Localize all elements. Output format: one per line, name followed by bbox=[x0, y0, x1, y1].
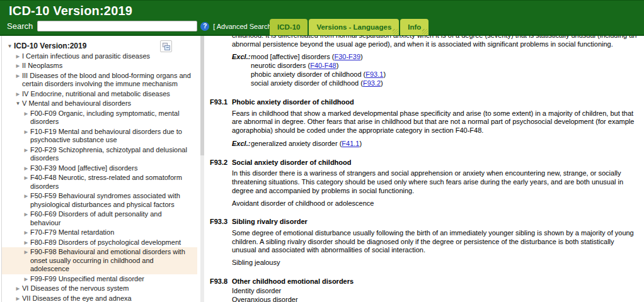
sidebar: ▼ ICD-10 Version:2019 ▶ I Certain infect… bbox=[1, 36, 197, 302]
sidebar-item-chapter-iv[interactable]: ▶ IV Endocrine, nutritional and metaboli… bbox=[2, 89, 197, 99]
sidebar-tree: ▼ ICD-10 Version:2019 ▶ I Certain infect… bbox=[2, 36, 197, 302]
code-link-f93-1[interactable]: F93.1 bbox=[365, 70, 383, 78]
excl-item: neurotic disorders (F40-F48) bbox=[251, 62, 638, 70]
section-description: Fears in childhood that show a marked de… bbox=[232, 109, 638, 135]
search-input[interactable] bbox=[37, 21, 197, 31]
chevron-right-icon[interactable]: ▶ bbox=[22, 228, 30, 237]
chevron-right-icon[interactable]: ▶ bbox=[22, 192, 30, 201]
sidebar-item-chapter-iii[interactable]: ▶ III Diseases of the blood and blood-fo… bbox=[2, 71, 197, 89]
sidebar-item-f00-f09[interactable]: ▶ F00-F09 Organic, including symptomatic… bbox=[2, 109, 197, 127]
code-label: F93.1 bbox=[210, 98, 232, 148]
excl-item: generalized anxiety disorder (F41.1) bbox=[251, 140, 638, 148]
code-link-f93-2[interactable]: F93.2 bbox=[363, 79, 381, 87]
section-title: Phobic anxiety disorder of childhood bbox=[232, 98, 638, 107]
inclusion-term: Identity disorder bbox=[232, 287, 638, 296]
sidebar-item-f30-f39[interactable]: ▶ F30-F39 Mood [affective] disorders bbox=[2, 164, 197, 174]
sidebar-item-f99-f99[interactable]: ▶ F99-F99 Unspecified mental disorder bbox=[2, 274, 197, 284]
sidebar-item-chapter-i[interactable]: ▶ I Certain infectious and parasitic dis… bbox=[2, 52, 197, 62]
section-f93-2: F93.2 Social anxiety disorder of childho… bbox=[210, 159, 638, 208]
chevron-right-icon[interactable]: ▶ bbox=[22, 275, 30, 284]
chevron-right-icon[interactable]: ▶ bbox=[22, 164, 30, 173]
app-header: ICD-10 Version:2019 Search ? [ Advanced … bbox=[0, 0, 644, 36]
sidebar-item-f90-f98-selected[interactable]: ▶ F90-F98 Behavioural and emotional diso… bbox=[2, 247, 197, 274]
tab-versions-languages[interactable]: Versions - Languages bbox=[309, 19, 399, 35]
copy-icon[interactable] bbox=[160, 40, 172, 52]
sidebar-item-chapter-ii[interactable]: ▶ II Neoplasms bbox=[2, 61, 197, 71]
tab-info[interactable]: Info bbox=[400, 19, 428, 35]
chevron-right-icon[interactable]: ▶ bbox=[22, 248, 30, 257]
chevron-down-icon[interactable]: ▼ bbox=[6, 42, 14, 51]
scrollbar-thumb[interactable] bbox=[200, 36, 204, 155]
chevron-right-icon[interactable]: ▶ bbox=[22, 174, 30, 182]
code-label: F93.8 bbox=[210, 277, 232, 302]
inclusion-term: Sibling jealousy bbox=[232, 259, 638, 267]
chevron-right-icon[interactable]: ▶ bbox=[22, 109, 30, 118]
excl-block: Excl.: generalized anxiety disorder (F41… bbox=[232, 140, 638, 148]
sidebar-item-f10-f19[interactable]: ▶ F10-F19 Mental and behavioural disorde… bbox=[2, 127, 197, 145]
excl-label: Excl.: bbox=[232, 53, 251, 88]
sidebar-item-f60-f69[interactable]: ▶ F60-F69 Disorders of adult personality… bbox=[2, 210, 197, 228]
code-link-f30-f39[interactable]: F30-F39 bbox=[334, 53, 360, 60]
inclusion-term: Avoidant disorder of childhood or adoles… bbox=[232, 199, 638, 208]
advanced-search-link[interactable]: [ Advanced Search ] bbox=[213, 23, 275, 30]
excl-item: social anxiety disorder of childhood (F9… bbox=[251, 79, 638, 88]
chevron-right-icon[interactable]: ▶ bbox=[14, 294, 22, 302]
section-f93-8: F93.8 Other childhood emotional disorder… bbox=[210, 277, 638, 302]
code-label: F93.3 bbox=[210, 218, 232, 267]
chevron-right-icon[interactable]: ▶ bbox=[22, 210, 30, 219]
content-pane: childhood. It is differentiated from nor… bbox=[205, 36, 644, 302]
section-f93-3: F93.3 Sibling rivalry disorder Some degr… bbox=[210, 218, 638, 267]
chevron-right-icon[interactable]: ▶ bbox=[14, 62, 22, 70]
chevron-right-icon[interactable]: ▶ bbox=[22, 146, 30, 155]
tab-bar: ICD-10 Versions - Languages Info bbox=[270, 19, 428, 35]
excl-label: Excl.: bbox=[232, 140, 251, 148]
section-description: Some degree of emotional disturbance usu… bbox=[232, 229, 638, 255]
excl-item: phobic anxiety disorder of childhood (F9… bbox=[251, 70, 638, 79]
sidebar-item-chapter-v[interactable]: ▼ V Mental and behavioural disorders bbox=[2, 99, 197, 109]
chevron-right-icon[interactable]: ▶ bbox=[22, 128, 30, 137]
sidebar-item-f50-f59[interactable]: ▶ F50-F59 Behavioural syndromes associat… bbox=[2, 191, 197, 210]
inclusion-term: Overanxious disorder bbox=[232, 296, 638, 302]
tab-icd10[interactable]: ICD-10 bbox=[270, 19, 308, 35]
excl-item: mood [affective] disorders (F30-F39) bbox=[251, 53, 638, 62]
search-label: Search bbox=[7, 21, 33, 31]
section-title: Social anxiety disorder of childhood bbox=[232, 159, 638, 167]
section-f93-1: F93.1 Phobic anxiety disorder of childho… bbox=[210, 98, 638, 148]
code-link-f40-f48[interactable]: F40-F48 bbox=[310, 62, 336, 69]
search-bar: Search ? [ Advanced Search ] bbox=[7, 21, 275, 31]
sidebar-item-chapter-vi[interactable]: ▶ VI Diseases of the nervous system bbox=[2, 284, 197, 294]
chevron-right-icon[interactable]: ▶ bbox=[14, 72, 22, 81]
chevron-right-icon[interactable]: ▶ bbox=[14, 90, 22, 99]
section-title: Other childhood emotional disorders bbox=[232, 277, 638, 286]
section-description: In this disorder there is a wariness of … bbox=[232, 169, 638, 195]
sidebar-item-chapter-vii[interactable]: ▶ VII Diseases of the eye and adnexa bbox=[2, 294, 197, 302]
chevron-right-icon[interactable]: ▶ bbox=[14, 284, 22, 293]
code-label: F93.2 bbox=[210, 159, 232, 208]
section-title: Sibling rivalry disorder bbox=[232, 218, 638, 226]
code-link-f41-1[interactable]: F41.1 bbox=[342, 140, 359, 147]
chevron-right-icon[interactable]: ▶ bbox=[22, 238, 30, 247]
sidebar-item-f80-f89[interactable]: ▶ F80-F89 Disorders of psychological dev… bbox=[2, 238, 197, 248]
clipped-description-paragraph: childhood. It is differentiated from nor… bbox=[232, 36, 638, 48]
resize-grip-icon bbox=[422, 29, 428, 35]
page-title: ICD-10 Version:2019 bbox=[9, 4, 132, 18]
chevron-right-icon[interactable]: ▶ bbox=[14, 52, 22, 61]
sidebar-scrollbar[interactable] bbox=[200, 36, 205, 302]
sidebar-item-f70-f79[interactable]: ▶ F70-F79 Mental retardation bbox=[2, 228, 197, 238]
help-icon[interactable]: ? bbox=[200, 22, 209, 31]
resize-grip-icon bbox=[393, 29, 398, 35]
sidebar-item-f40-f48[interactable]: ▶ F40-F48 Neurotic, stress-related and s… bbox=[2, 173, 197, 191]
sidebar-item-f20-f29[interactable]: ▶ F20-F29 Schizophrenia, schizotypal and… bbox=[2, 145, 197, 164]
excl-block: Excl.: mood [affective] disorders (F30-F… bbox=[232, 53, 638, 88]
chevron-down-icon[interactable]: ▼ bbox=[14, 99, 22, 108]
